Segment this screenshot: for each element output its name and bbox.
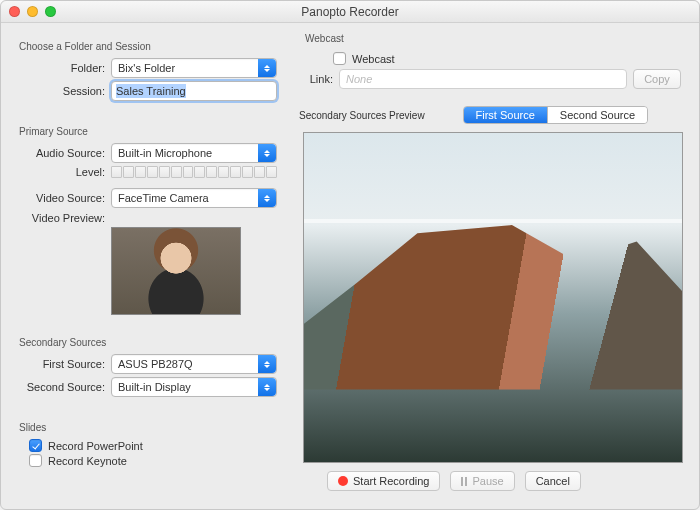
window-content: Choose a Folder and Session Folder: Bix'… — [1, 23, 699, 509]
audio-level-meter — [111, 166, 277, 178]
tab-second-source[interactable]: Second Source — [547, 107, 647, 123]
audio-level-label: Level: — [19, 166, 105, 178]
record-powerpoint-label: Record PowerPoint — [48, 440, 143, 452]
group-primary-source: Primary Source Audio Source: Built-in Mi… — [13, 118, 283, 321]
link-placeholder: None — [346, 73, 372, 85]
preview-group-label: Secondary Sources Preview — [299, 110, 425, 121]
group-label: Secondary Sources — [19, 337, 277, 348]
folder-value: Bix's Folder — [118, 62, 175, 74]
tab-first-source[interactable]: First Source — [464, 107, 547, 123]
session-value: Sales Training — [116, 84, 186, 98]
second-source-label: Second Source: — [19, 381, 105, 393]
stepper-arrows-icon — [258, 189, 276, 207]
first-source-select[interactable]: ASUS PB287Q — [111, 354, 277, 374]
stepper-arrows-icon — [258, 378, 276, 396]
screen-preview-image — [303, 132, 683, 463]
group-label: Primary Source — [19, 126, 277, 137]
recorder-window: Panopto Recorder Choose a Folder and Ses… — [0, 0, 700, 510]
record-keynote-label: Record Keynote — [48, 455, 127, 467]
group-label: Choose a Folder and Session — [19, 41, 277, 52]
second-source-select[interactable]: Built-in Display — [111, 377, 277, 397]
session-input[interactable]: Sales Training — [111, 81, 277, 101]
desktop-wallpaper-preview — [304, 133, 682, 462]
cancel-button[interactable]: Cancel — [525, 471, 581, 491]
window-title: Panopto Recorder — [1, 5, 699, 19]
stepper-arrows-icon — [258, 59, 276, 77]
group-label: Webcast — [305, 33, 681, 44]
stepper-arrows-icon — [258, 355, 276, 373]
record-icon — [338, 476, 348, 486]
bottom-button-bar: Start Recording Pause Cancel — [327, 463, 687, 501]
group-webcast: Webcast Webcast Link: None Copy — [299, 33, 687, 98]
first-source-label: First Source: — [19, 358, 105, 370]
audio-source-select[interactable]: Built-in Microphone — [111, 143, 277, 163]
group-folder-session: Choose a Folder and Session Folder: Bix'… — [13, 33, 283, 110]
webcast-checkbox[interactable] — [333, 52, 346, 65]
copy-button[interactable]: Copy — [633, 69, 681, 89]
record-powerpoint-checkbox[interactable] — [29, 439, 42, 452]
stepper-arrows-icon — [258, 144, 276, 162]
video-source-label: Video Source: — [19, 192, 105, 204]
video-source-select[interactable]: FaceTime Camera — [111, 188, 277, 208]
group-secondary-sources: Secondary Sources First Source: ASUS PB2… — [13, 329, 283, 406]
group-label: Slides — [19, 422, 277, 433]
start-recording-button[interactable]: Start Recording — [327, 471, 440, 491]
first-source-value: ASUS PB287Q — [118, 358, 193, 370]
window-titlebar: Panopto Recorder — [1, 1, 699, 23]
video-source-value: FaceTime Camera — [118, 192, 209, 204]
pause-icon — [461, 477, 467, 486]
camera-preview-image — [112, 228, 240, 314]
group-slides: Slides Record PowerPoint Record Keynote — [13, 414, 283, 475]
second-source-value: Built-in Display — [118, 381, 191, 393]
audio-source-value: Built-in Microphone — [118, 147, 212, 159]
folder-label: Folder: — [19, 62, 105, 74]
webcast-label: Webcast — [352, 53, 395, 65]
record-keynote-checkbox[interactable] — [29, 454, 42, 467]
secondary-preview-panel: Secondary Sources Preview First Source S… — [299, 106, 687, 463]
left-column: Choose a Folder and Session Folder: Bix'… — [13, 33, 283, 501]
preview-source-tabs: First Source Second Source — [463, 106, 649, 124]
folder-select[interactable]: Bix's Folder — [111, 58, 277, 78]
video-preview-label: Video Preview: — [19, 212, 105, 224]
session-label: Session: — [19, 85, 105, 97]
right-column: Webcast Webcast Link: None Copy — [299, 33, 687, 501]
webcast-link-input[interactable]: None — [339, 69, 627, 89]
link-label: Link: — [305, 73, 333, 85]
pause-button[interactable]: Pause — [450, 471, 514, 491]
video-preview-thumbnail — [111, 227, 241, 315]
audio-source-label: Audio Source: — [19, 147, 105, 159]
